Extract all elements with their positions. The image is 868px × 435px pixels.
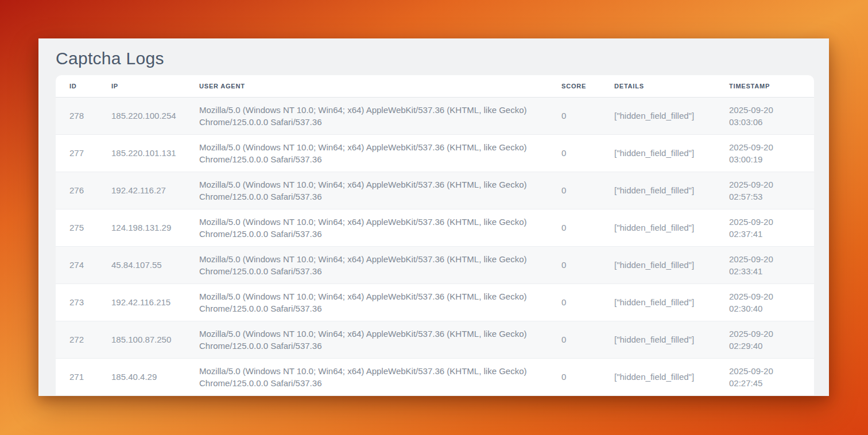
cell-details: ["hidden_field_filled"] — [614, 321, 729, 358]
cell-timestamp: 2025-09-20 02:37:41 — [729, 209, 814, 246]
cell-ip: 185.220.100.254 — [111, 97, 199, 134]
table-row: 276 192.42.116.27 Mozilla/5.0 (Windows N… — [56, 172, 814, 209]
cell-ip: 45.84.107.55 — [111, 246, 199, 283]
cell-timestamp: 2025-09-20 02:30:40 — [729, 283, 814, 321]
cell-user-agent: Mozilla/5.0 (Windows NT 10.0; Win64; x64… — [199, 97, 561, 134]
cell-ip: 192.42.116.215 — [111, 283, 199, 321]
cell-score: 0 — [561, 134, 614, 172]
table-row: 277 185.220.101.131 Mozilla/5.0 (Windows… — [56, 134, 814, 172]
cell-details: ["hidden_field_filled"] — [614, 172, 729, 209]
cell-ip: 185.220.101.131 — [111, 134, 199, 172]
cell-id: 274 — [56, 246, 111, 283]
cell-details: ["hidden_field_filled"] — [614, 97, 729, 134]
table-row: 273 192.42.116.215 Mozilla/5.0 (Windows … — [56, 283, 814, 321]
cell-ip: 185.40.4.29 — [111, 358, 199, 395]
cell-timestamp: 2025-09-20 02:29:40 — [729, 321, 814, 358]
cell-score: 0 — [561, 209, 614, 246]
cell-details: ["hidden_field_filled"] — [614, 358, 729, 395]
cell-details: ["hidden_field_filled"] — [614, 134, 729, 172]
column-header-id: ID — [56, 75, 111, 97]
table-header-row: ID IP USER AGENT SCORE DETAILS TIMESTAMP — [56, 75, 814, 97]
cell-user-agent: Mozilla/5.0 (Windows NT 10.0; Win64; x64… — [199, 321, 561, 358]
cell-timestamp: 2025-09-20 03:00:19 — [729, 134, 814, 172]
column-header-score: SCORE — [561, 75, 614, 97]
cell-ip: 185.100.87.250 — [111, 321, 199, 358]
cell-user-agent: Mozilla/5.0 (Windows NT 10.0; Win64; x64… — [199, 358, 561, 395]
table-row: 278 185.220.100.254 Mozilla/5.0 (Windows… — [56, 97, 814, 134]
table-row: 275 124.198.131.29 Mozilla/5.0 (Windows … — [56, 209, 814, 246]
cell-id: 271 — [56, 358, 111, 395]
cell-timestamp: 2025-09-20 02:33:41 — [729, 246, 814, 283]
table-row: 271 185.40.4.29 Mozilla/5.0 (Windows NT … — [56, 358, 814, 395]
cell-score: 0 — [561, 172, 614, 209]
cell-id: 277 — [56, 134, 111, 172]
cell-score: 0 — [561, 246, 614, 283]
captcha-logs-table: ID IP USER AGENT SCORE DETAILS TIMESTAMP… — [56, 75, 814, 396]
cell-timestamp: 2025-09-20 02:27:45 — [729, 358, 814, 395]
table-row: 274 45.84.107.55 Mozilla/5.0 (Windows NT… — [56, 246, 814, 283]
cell-score: 0 — [561, 358, 614, 395]
column-header-timestamp: TIMESTAMP — [729, 75, 814, 97]
cell-score: 0 — [561, 97, 614, 134]
cell-timestamp: 2025-09-20 03:03:06 — [729, 97, 814, 134]
cell-user-agent: Mozilla/5.0 (Windows NT 10.0; Win64; x64… — [199, 209, 561, 246]
column-header-ip: IP — [111, 75, 199, 97]
column-header-details: DETAILS — [614, 75, 729, 97]
cell-user-agent: Mozilla/5.0 (Windows NT 10.0; Win64; x64… — [199, 246, 561, 283]
cell-details: ["hidden_field_filled"] — [614, 283, 729, 321]
cell-user-agent: Mozilla/5.0 (Windows NT 10.0; Win64; x64… — [199, 172, 561, 209]
cell-score: 0 — [561, 283, 614, 321]
cell-id: 273 — [56, 283, 111, 321]
cell-id: 275 — [56, 209, 111, 246]
cell-ip: 124.198.131.29 — [111, 209, 199, 246]
cell-id: 278 — [56, 97, 111, 134]
page-title: Captcha Logs — [56, 46, 829, 71]
table-row: 272 185.100.87.250 Mozilla/5.0 (Windows … — [56, 321, 814, 358]
cell-timestamp: 2025-09-20 02:57:53 — [729, 172, 814, 209]
cell-ip: 192.42.116.27 — [111, 172, 199, 209]
column-header-user-agent: USER AGENT — [199, 75, 561, 97]
cell-id: 276 — [56, 172, 111, 209]
cell-user-agent: Mozilla/5.0 (Windows NT 10.0; Win64; x64… — [199, 283, 561, 321]
cell-id: 272 — [56, 321, 111, 358]
cell-score: 0 — [561, 321, 614, 358]
cell-details: ["hidden_field_filled"] — [614, 246, 729, 283]
table-body: 278 185.220.100.254 Mozilla/5.0 (Windows… — [56, 97, 814, 395]
cell-user-agent: Mozilla/5.0 (Windows NT 10.0; Win64; x64… — [199, 134, 561, 172]
cell-details: ["hidden_field_filled"] — [614, 209, 729, 246]
captcha-logs-table-card: ID IP USER AGENT SCORE DETAILS TIMESTAMP… — [56, 75, 814, 396]
captcha-logs-panel: Captcha Logs ID IP USER AGENT SCORE DETA… — [38, 38, 829, 396]
